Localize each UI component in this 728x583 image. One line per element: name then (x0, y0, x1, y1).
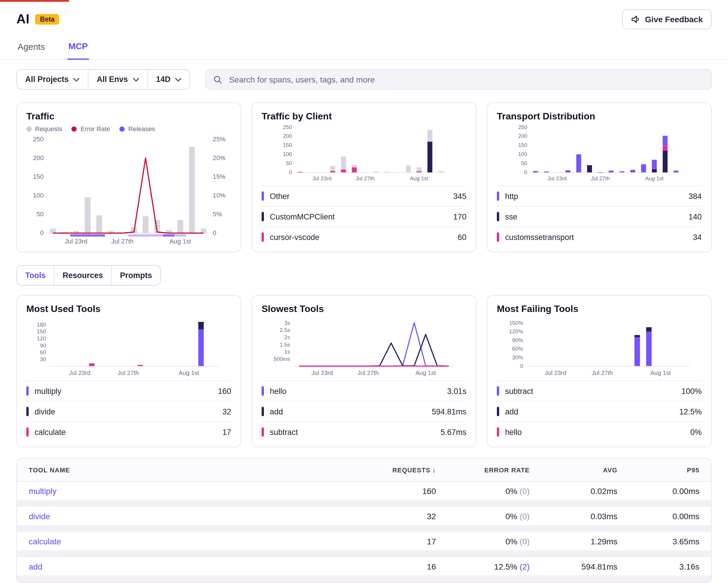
column-header[interactable]: ERROR RATE (436, 466, 529, 473)
column-header[interactable]: AVG (529, 466, 617, 473)
legend-row[interactable]: CustomMCPClient170 (262, 206, 466, 227)
tool-link[interactable]: divide (29, 511, 50, 521)
legend-row[interactable]: cursor-vscode60 (262, 227, 466, 247)
legend-row-label: multiply (34, 387, 61, 396)
svg-text:0: 0 (524, 169, 527, 175)
legend-row[interactable]: calculate17 (26, 422, 231, 442)
svg-text:2s: 2s (284, 334, 290, 340)
legend-row-label: divide (34, 407, 55, 416)
table-body: multiply1600% (0)0.02ms0.00msdivide320% … (17, 482, 711, 582)
legend-row-label: http (505, 192, 518, 201)
svg-text:Aug 1st: Aug 1st (410, 175, 428, 181)
legend-row[interactable]: customssetransport34 (497, 227, 702, 247)
p95-cell: 3.65ms (617, 536, 699, 546)
search-input[interactable] (228, 74, 704, 84)
svg-text:0: 0 (520, 363, 523, 369)
svg-text:Aug 1st: Aug 1st (645, 175, 664, 181)
legend-row-label: sse (505, 212, 517, 221)
avg-cell: 0.03ms (529, 511, 617, 521)
legend-item[interactable]: Error Rate (72, 125, 110, 132)
legend-row-label: hello (505, 428, 522, 436)
table-row: add1612.5% (2)594.81ms3.16s (17, 557, 711, 575)
legend-row-label: customssetransport (505, 233, 574, 242)
failing-legend-list: subtract100%add12.5%hello0% (497, 380, 702, 442)
tool-link[interactable]: multiply (29, 486, 56, 496)
legend-item[interactable]: Releases (120, 125, 155, 132)
tool-link[interactable]: add (29, 562, 43, 571)
legend-row-value: 594.81ms (432, 407, 466, 416)
legend-row[interactable]: hello3.01s (262, 380, 466, 401)
error-count-link[interactable]: (2) (520, 562, 529, 571)
svg-text:Jul 27th: Jul 27th (592, 369, 613, 376)
legend-item[interactable]: Requests (26, 125, 62, 132)
series-color-marker (497, 232, 499, 242)
svg-text:120: 120 (37, 335, 46, 341)
date-range-label: 14D (156, 75, 171, 84)
legend-row[interactable]: multiply160 (26, 380, 231, 401)
chart-title: Traffic (26, 111, 231, 122)
legend-row-label: cursor-vscode (270, 233, 319, 242)
legend-row[interactable]: subtract100% (497, 380, 702, 401)
legend-row-value: 0% (690, 428, 702, 436)
p95-cell: 3.16s (617, 562, 699, 571)
most-failing-tools-chart: 030%60%90%120%150%Jul 23rdJul 27thAug 1s… (497, 318, 703, 378)
svg-text:Aug 1st: Aug 1st (179, 369, 199, 376)
legend-row[interactable]: subtract5.67ms (262, 422, 466, 442)
error-count-link[interactable]: (0) (520, 536, 529, 546)
legend-row[interactable]: http384 (497, 185, 702, 206)
chart-title: Most Used Tools (26, 304, 231, 314)
tool-name-cell: divide (29, 511, 354, 521)
legend-row-value: 12.5% (679, 407, 702, 416)
svg-text:250: 250 (33, 135, 44, 143)
svg-text:100: 100 (283, 151, 292, 157)
error-count-link[interactable]: (0) (520, 486, 529, 496)
legend-row[interactable]: sse140 (497, 206, 702, 227)
table-header: TOOL NAMEREQUESTS↓ERROR RATEAVGP95 (17, 458, 711, 482)
svg-text:Aug 1st: Aug 1st (170, 238, 191, 245)
legend-row-value: 34 (693, 233, 702, 242)
subtab-prompts[interactable]: Prompts (111, 266, 160, 285)
column-header[interactable]: TOOL NAME (29, 466, 354, 473)
requests-cell: 17 (354, 536, 436, 546)
envs-filter-dropdown[interactable]: All Envs (88, 70, 148, 89)
projects-filter-label: All Projects (25, 75, 69, 84)
legend-row[interactable]: hello0% (497, 422, 702, 442)
error-count-link[interactable]: (0) (520, 511, 529, 521)
most-failing-tools-card: Most Failing Tools 030%60%90%120%150%Jul… (487, 295, 711, 447)
give-feedback-button[interactable]: Give Feedback (622, 9, 711, 29)
avg-cell: 1.29ms (529, 536, 617, 546)
legend-row-value: 160 (218, 387, 231, 396)
projects-filter-dropdown[interactable]: All Projects (17, 70, 88, 89)
legend-row[interactable]: Other345 (262, 185, 466, 206)
requests-cell: 16 (354, 562, 436, 571)
legend-row[interactable]: divide32 (26, 401, 231, 422)
column-header[interactable]: REQUESTS↓ (354, 466, 436, 474)
give-feedback-label: Give Feedback (645, 15, 703, 24)
legend-row[interactable]: add12.5% (497, 401, 702, 422)
tool-link[interactable]: calculate (29, 536, 61, 546)
legend-row[interactable]: add594.81ms (262, 401, 466, 422)
subtab-resources[interactable]: Resources (54, 266, 111, 285)
legend-dot (26, 126, 32, 131)
svg-text:Jul 23rd: Jul 23rd (547, 175, 567, 181)
svg-text:150: 150 (518, 142, 527, 148)
legend-row-label: CustomMCPClient (270, 212, 335, 221)
svg-text:250: 250 (283, 125, 292, 130)
svg-text:250: 250 (518, 125, 527, 130)
svg-text:180: 180 (37, 322, 46, 328)
legend-row-value: 170 (453, 212, 466, 221)
error-rate-cell: 0% (0) (436, 511, 529, 521)
legend-row-value: 3.01s (447, 387, 466, 396)
tab-agents[interactable]: Agents (17, 36, 46, 59)
series-color-marker (262, 192, 264, 201)
svg-text:Aug 1st: Aug 1st (416, 369, 436, 376)
subtab-tools[interactable]: Tools (17, 266, 54, 285)
svg-text:Jul 23rd: Jul 23rd (312, 175, 332, 181)
svg-text:1.5s: 1.5s (280, 341, 290, 348)
column-header[interactable]: P95 (617, 466, 699, 473)
error-rate-cell: 0% (0) (436, 536, 529, 546)
date-range-dropdown[interactable]: 14D (147, 70, 190, 89)
series-color-marker (26, 407, 29, 416)
svg-text:15%: 15% (213, 173, 226, 180)
tab-mcp[interactable]: MCP (67, 36, 89, 60)
